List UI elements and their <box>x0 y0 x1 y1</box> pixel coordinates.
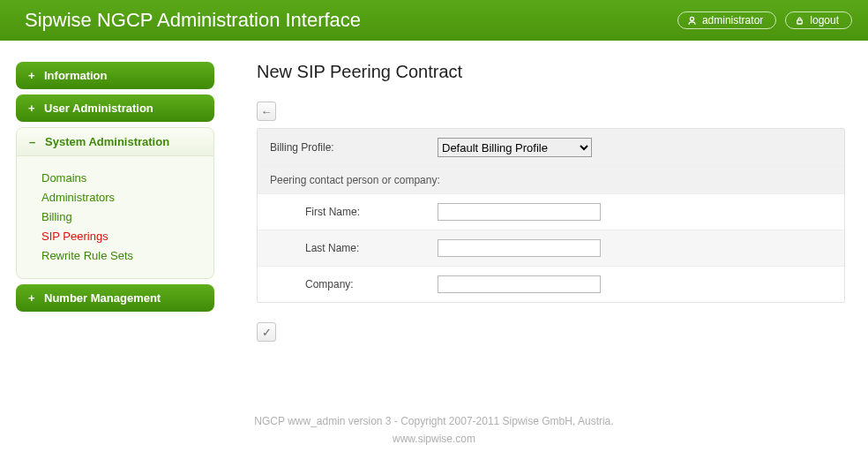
sidebar-label: User Administration <box>44 102 153 115</box>
back-arrow-icon: ← <box>261 105 273 118</box>
svg-point-0 <box>690 17 693 20</box>
billing-profile-label: Billing Profile: <box>270 141 438 154</box>
header-right: administrator logout <box>677 11 852 29</box>
billing-profile-select[interactable]: Default Billing Profile <box>438 138 592 157</box>
collapse-icon: – <box>29 135 38 148</box>
back-button[interactable]: ← <box>257 102 276 121</box>
logout-button[interactable]: logout <box>785 11 852 29</box>
logout-label: logout <box>810 14 839 26</box>
footer-line1: NGCP www_admin version 3 - Copyright 200… <box>0 412 868 430</box>
page-title: New SIP Peering Contract <box>257 62 845 82</box>
submit-row: ✓ <box>257 322 845 342</box>
sidebar-section-user-admin: + User Administration <box>16 94 214 122</box>
sidebar-item-sip-peerings[interactable]: SIP Peerings <box>41 227 213 246</box>
sidebar-head-user-admin[interactable]: + User Administration <box>16 94 214 122</box>
first-name-input[interactable] <box>438 203 601 221</box>
submit-button[interactable]: ✓ <box>257 322 276 342</box>
sidebar-item-rewrite-rule-sets[interactable]: Rewrite Rule Sets <box>41 246 213 266</box>
section-contact-title: Peering contact person or company: <box>258 167 844 194</box>
header-bar: Sipwise NGCP Administration Interface ad… <box>0 0 868 41</box>
row-billing-profile: Billing Profile: Default Billing Profile <box>258 129 844 167</box>
sidebar-section-system-admin: – System Administration Domains Administ… <box>16 127 214 279</box>
row-first-name: First Name: <box>258 194 844 230</box>
sidebar-label: System Administration <box>45 135 169 148</box>
main-content: New SIP Peering Contract ← Billing Profi… <box>257 62 868 342</box>
lock-icon <box>795 16 804 26</box>
expand-icon: + <box>28 102 37 115</box>
expand-icon: + <box>28 69 37 82</box>
company-input[interactable] <box>438 275 601 293</box>
sidebar-section-number-mgmt: + Number Management <box>16 284 214 312</box>
sidebar-head-number-mgmt[interactable]: + Number Management <box>16 284 214 312</box>
sidebar-item-domains[interactable]: Domains <box>41 169 213 188</box>
last-name-input[interactable] <box>438 239 601 257</box>
form-box: Billing Profile: Default Billing Profile… <box>257 128 845 303</box>
sidebar-label: Number Management <box>44 291 161 305</box>
expand-icon: + <box>28 291 37 305</box>
footer-line2: www.sipwise.com <box>0 430 868 448</box>
app-title: Sipwise NGCP Administration Interface <box>25 9 361 32</box>
user-icon <box>687 16 697 26</box>
sidebar-item-billing[interactable]: Billing <box>41 207 213 227</box>
row-company: Company: <box>258 267 844 302</box>
company-label: Company: <box>270 278 438 290</box>
row-last-name: Last Name: <box>258 230 844 267</box>
sidebar-body-system-admin: Domains Administrators Billing SIP Peeri… <box>16 156 214 279</box>
sidebar-section-information: + Information <box>16 62 214 89</box>
svg-rect-1 <box>797 19 803 23</box>
footer: NGCP www_admin version 3 - Copyright 200… <box>0 377 868 460</box>
user-pill[interactable]: administrator <box>677 11 776 29</box>
first-name-label: First Name: <box>270 206 438 218</box>
user-label: administrator <box>702 14 763 26</box>
check-icon: ✓ <box>262 326 272 339</box>
sidebar: + Information + User Administration – Sy… <box>16 62 214 317</box>
sidebar-head-system-admin[interactable]: – System Administration <box>16 127 214 156</box>
sidebar-head-information[interactable]: + Information <box>16 62 214 89</box>
sidebar-item-administrators[interactable]: Administrators <box>41 188 213 207</box>
sidebar-label: Information <box>44 69 108 82</box>
last-name-label: Last Name: <box>270 242 438 254</box>
